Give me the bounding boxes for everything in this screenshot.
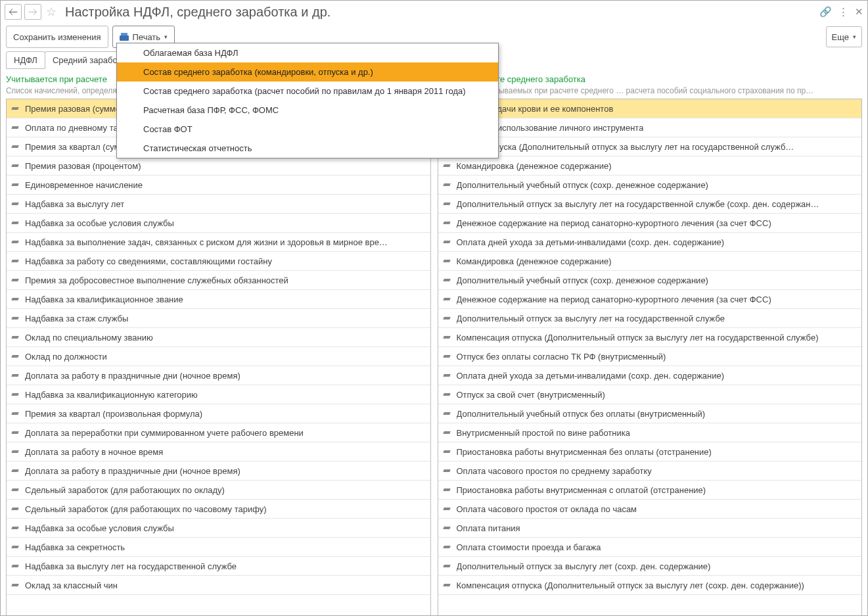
list-item[interactable]: Оклад по специальному званию [7, 328, 430, 347]
item-label: Доплата за переработки при суммированном… [25, 428, 304, 438]
list-item[interactable]: Доплата за работу в праздничные дни (ноч… [7, 366, 430, 385]
list-item[interactable]: Дополнительный учебный отпуск (сохр. ден… [438, 271, 862, 290]
item-icon [12, 431, 20, 435]
list-item[interactable]: Отпуск за свой счет (внутрисменный) [438, 385, 862, 404]
print-menu-item[interactable]: Расчетная база ПФР, ФСС, ФОМС [117, 101, 498, 120]
list-item[interactable]: Приостановка работы внутрисменная с опла… [438, 481, 862, 500]
list-item[interactable]: Дополнительный учебный отпуск (сохр. ден… [438, 176, 862, 195]
right-list-wrap: …за дни сдачи крови и ее компонентов…аци… [438, 99, 863, 616]
nav-back-button[interactable]: 🡠 [5, 4, 22, 20]
item-label: Единовременное начисление [25, 180, 143, 190]
item-icon [444, 164, 451, 168]
list-item[interactable]: Надбавка за выслугу лет [7, 195, 430, 214]
item-icon [12, 240, 20, 244]
list-item[interactable]: Надбавка за квалификационную категорию [7, 385, 430, 404]
more-button[interactable]: Еще ▾ [826, 26, 862, 47]
list-item[interactable]: Компенсация отпуска (Дополнительный отпу… [438, 328, 862, 347]
chevron-down-icon: ▾ [853, 34, 856, 40]
item-label: Надбавка за стаж службы [25, 314, 128, 323]
list-item[interactable]: Надбавка за выполнение задач, связанных … [7, 233, 430, 252]
item-icon [444, 183, 451, 187]
right-pane: …ся при расчете среднего заработка …лени… [438, 69, 863, 616]
list-item[interactable]: Оплата часового простоя от оклада по час… [438, 500, 862, 519]
list-item[interactable]: Командировка (денежное содержание) [438, 252, 862, 271]
tab-0[interactable]: НДФЛ [6, 51, 45, 69]
item-label: Оплата часового простоя от оклада по час… [457, 504, 637, 514]
print-menu-item[interactable]: Облагаемая база НДФЛ [117, 43, 498, 62]
list-item[interactable]: Приостановка работы внутрисменная без оп… [438, 442, 862, 462]
list-item[interactable]: Премия за добросовестное выполнение служ… [7, 271, 430, 290]
list-item[interactable]: Надбавка за выслугу лет на государственн… [7, 557, 430, 576]
item-label: Приостановка работы внутрисменная без оп… [457, 447, 712, 457]
item-icon [12, 507, 20, 511]
save-button[interactable]: Сохранить изменения [6, 26, 108, 48]
right-list[interactable]: …за дни сдачи крови и ее компонентов…аци… [438, 99, 862, 616]
list-item[interactable]: Надбавка за стаж службы [7, 309, 430, 328]
list-item[interactable]: …ация за использование личного инструмен… [438, 118, 862, 137]
item-label: Дополнительный учебный отпуск без оплаты… [457, 409, 706, 419]
nav-forward-button[interactable]: 🡢 [24, 4, 41, 20]
list-item[interactable]: Единовременное начисление [7, 176, 430, 195]
item-icon [12, 354, 20, 358]
list-item[interactable]: Дополнительный отпуск за выслугу лет на … [438, 309, 862, 328]
list-item[interactable]: Оплата часового простоя по среднему зара… [438, 462, 862, 481]
list-item[interactable]: Премия за квартал (произвольная формула) [7, 404, 430, 423]
favorite-star-icon[interactable]: ☆ [44, 5, 58, 19]
list-item[interactable]: Надбавка за секретность [7, 538, 430, 557]
item-label: Отпуск за свой счет (внутрисменный) [457, 390, 605, 400]
link-icon[interactable]: 🔗 [819, 6, 832, 18]
list-item[interactable]: Надбавка за работу со сведениями, состав… [7, 252, 430, 271]
item-icon [444, 488, 451, 492]
list-item[interactable]: Денежное содержание на период санаторно-… [438, 290, 862, 309]
right-heading: …ся при расчете среднего заработка [438, 74, 863, 84]
list-item[interactable]: Доплата за переработки при суммированном… [7, 423, 430, 442]
item-label: Дополнительный учебный отпуск (сохр. ден… [457, 180, 708, 190]
list-item[interactable]: Сдельный заработок (для работающих по ча… [7, 500, 430, 519]
list-item[interactable]: Дополнительный отпуск за выслугу лет (со… [438, 557, 862, 576]
list-item[interactable]: …за дни сдачи крови и ее компонентов [438, 99, 862, 118]
list-item[interactable]: Компенсация отпуска (Дополнительный отпу… [438, 576, 862, 595]
list-item[interactable]: …ация отпуска (Дополнительный отпуск за … [438, 137, 862, 156]
item-label: Премия за квартал (произвольная формула) [25, 409, 202, 419]
item-icon [12, 450, 20, 454]
list-item[interactable]: Оплата стоимости проезда и багажа [438, 538, 862, 557]
item-icon [444, 412, 451, 415]
item-label: Премия за добросовестное выполнение служ… [25, 275, 288, 285]
item-label: Оплата стоимости проезда и багажа [457, 542, 601, 552]
item-label: Оклад за классный чин [25, 580, 118, 590]
chevron-down-icon: ▾ [164, 34, 168, 40]
item-icon [444, 564, 451, 568]
list-item[interactable]: Оплата дней ухода за детьми-инвалидами (… [438, 366, 862, 385]
more-button-label: Еще [832, 32, 849, 42]
left-list[interactable]: Премия разовая (суммой)Оплата по дневном… [7, 99, 430, 616]
list-item[interactable]: Сдельный заработок (для работающих по ок… [7, 481, 430, 500]
list-item[interactable]: Доплата за работу в ночное время [7, 442, 430, 462]
item-label: Надбавка за секретность [25, 542, 125, 552]
list-item[interactable]: Премия разовая (процентом) [7, 156, 430, 176]
list-item[interactable]: Доплата за работу в праздничные дни (ноч… [7, 462, 430, 481]
print-dropdown: Облагаемая база НДФЛСостав среднего зара… [116, 43, 499, 158]
list-item[interactable]: Оплата дней ухода за детьми-инвалидами (… [438, 233, 862, 252]
list-item[interactable]: Внутрисменный простой по вине работника [438, 423, 862, 442]
kebab-menu-icon[interactable]: ⋮ [838, 6, 848, 18]
list-item[interactable]: Оклад по должности [7, 347, 430, 366]
print-menu-item[interactable]: Состав ФОТ [117, 120, 498, 139]
list-item[interactable]: Денежное содержание на период санаторно-… [438, 214, 862, 233]
item-label: Оплата часового простоя по среднему зара… [457, 466, 652, 476]
list-item[interactable]: Дополнительный учебный отпуск без оплаты… [438, 404, 862, 423]
list-item[interactable]: Надбавка за особые условия службы [7, 519, 430, 538]
list-item[interactable]: Оклад за классный чин [7, 576, 430, 595]
list-item[interactable]: Отпуск без оплаты согласно ТК РФ (внутри… [438, 347, 862, 366]
list-item[interactable]: Дополнительный отпуск за выслугу лет на … [438, 195, 862, 214]
list-item[interactable]: Надбавка за особые условия службы [7, 214, 430, 233]
print-menu-item[interactable]: Состав среднего заработка (командировки,… [117, 62, 498, 82]
print-menu-item[interactable]: Состав среднего заработка (расчет пособи… [117, 82, 498, 101]
list-item[interactable]: Надбавка за квалификационное звание [7, 290, 430, 309]
list-item[interactable]: Командировка (денежное содержание) [438, 156, 862, 176]
item-icon [12, 469, 20, 473]
print-menu-item[interactable]: Статистическая отчетность [117, 139, 498, 158]
close-icon[interactable]: ✕ [855, 6, 863, 18]
list-item[interactable]: Оплата питания [438, 519, 862, 538]
item-label: Дополнительный отпуск за выслугу лет (со… [457, 561, 711, 571]
item-label: Дополнительный отпуск за выслугу лет на … [457, 199, 819, 209]
